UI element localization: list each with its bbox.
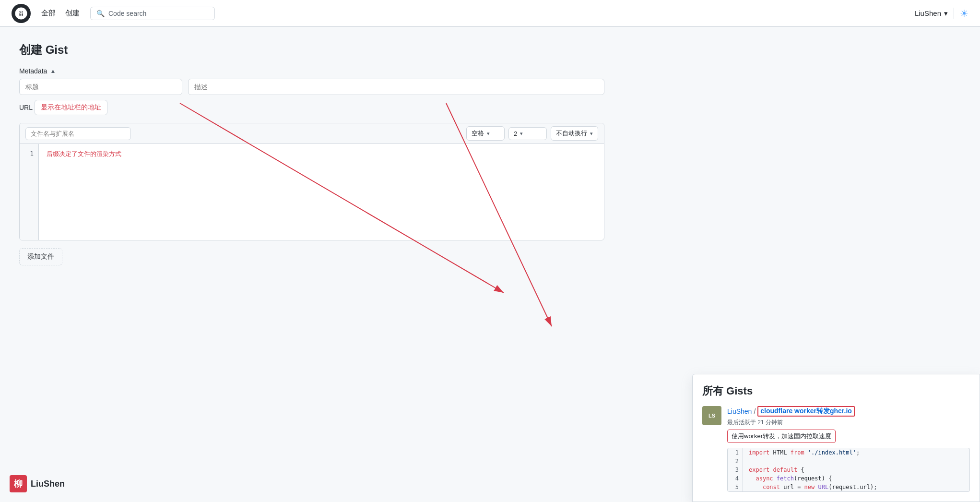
main-content: 创建 Gist Metadata ▲ URL 显示在地址栏的地址 空格 ▾ 2 … [0, 27, 624, 281]
url-row: URL 显示在地址栏的地址 [19, 100, 604, 115]
chevron-down-icon: ▾ [520, 131, 523, 137]
wrap-select[interactable]: 不自动换行 ▾ [551, 126, 598, 141]
nav-links: 全部 创建 [40, 7, 81, 20]
user-name: LiuShen [915, 9, 941, 17]
url-label: URL [19, 104, 33, 111]
line-number-1: 1 [24, 150, 34, 157]
editor-container: 空格 ▾ 2 ▾ 不自动换行 ▾ 1 后缀决定了文件的渲染方式 [19, 123, 604, 240]
add-file-button[interactable]: 添加文件 [19, 248, 62, 265]
chevron-down-icon: ▾ [487, 131, 490, 137]
divider [954, 8, 954, 19]
metadata-section: Metadata ▲ URL 显示在地址栏的地址 [19, 67, 604, 115]
chevron-down-icon: ▾ [590, 131, 593, 137]
site-logo[interactable] [12, 4, 31, 23]
chevron-down-icon: ▾ [944, 9, 948, 18]
nav-create[interactable]: 创建 [64, 7, 81, 20]
search-bar[interactable]: 🔍 Code search [90, 7, 215, 20]
editor-line-1: 后缀决定了文件的渲染方式 [47, 150, 596, 158]
navbar: 全部 创建 🔍 Code search LiuShen ▾ ☀ [0, 0, 980, 27]
url-value[interactable]: 显示在地址栏的地址 [35, 100, 107, 115]
wrap-label: 不自动换行 [556, 129, 587, 138]
indentation-select[interactable]: 空格 ▾ [466, 126, 505, 141]
theme-toggle-icon[interactable]: ☀ [960, 8, 968, 19]
search-icon: 🔍 [96, 10, 105, 17]
page-title: 创建 Gist [19, 42, 604, 58]
indentation-label: 空格 [472, 129, 484, 138]
user-menu[interactable]: LiuShen ▾ [915, 9, 948, 18]
desc-input[interactable] [188, 79, 604, 95]
metadata-fields [19, 79, 604, 95]
line-numbers: 1 [20, 144, 39, 240]
filename-input[interactable] [25, 127, 131, 140]
search-placeholder-text: Code search [108, 10, 146, 17]
editor-toolbar: 空格 ▾ 2 ▾ 不自动换行 ▾ [20, 123, 604, 144]
indent-size-select[interactable]: 2 ▾ [508, 127, 547, 140]
title-input[interactable] [19, 79, 182, 95]
logo-icon [14, 7, 28, 20]
navbar-right: LiuShen ▾ ☀ [915, 8, 968, 19]
editor-text-area[interactable]: 后缀决定了文件的渲染方式 [39, 144, 604, 240]
nav-all[interactable]: 全部 [40, 7, 57, 20]
editor-body: 1 后缀决定了文件的渲染方式 [20, 144, 604, 240]
metadata-text: Metadata [19, 67, 47, 75]
metadata-label: Metadata ▲ [19, 67, 604, 75]
indent-size-label: 2 [514, 130, 517, 137]
metadata-collapse-icon: ▲ [50, 68, 56, 74]
